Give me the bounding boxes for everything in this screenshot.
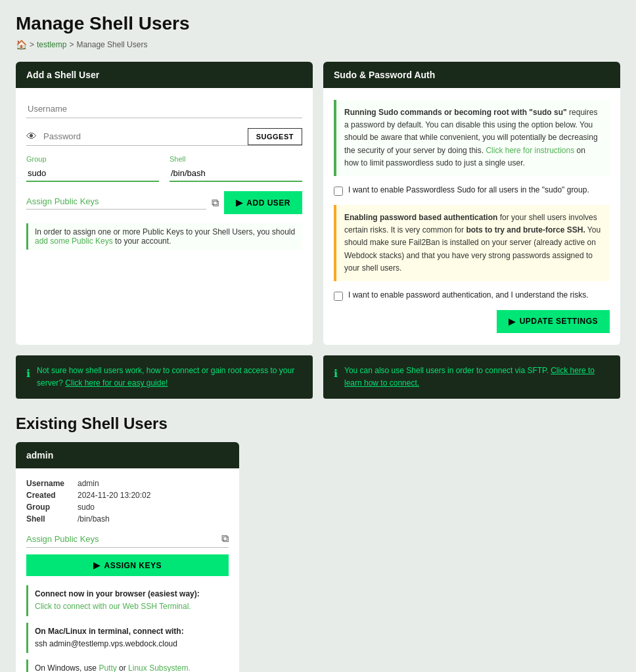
assign-keys-section-admin: Assign Public Keys ⧉ ▶ ASSIGN KEYS — [26, 533, 229, 576]
assign-keys-btn-label: ASSIGN KEYS — [104, 561, 162, 570]
detail-val-created: 2024-11-20 13:20:02 — [78, 491, 150, 500]
password-auth-warning-box: Enabling password based authentication f… — [334, 205, 610, 281]
detail-key-created: Created — [26, 491, 72, 500]
password-auth-checkbox-row: I want to enable password authentication… — [334, 290, 610, 301]
banner-sftp-icon: ℹ — [334, 365, 338, 382]
assign-keys-input-row-admin: Assign Public Keys ⧉ — [26, 533, 229, 548]
existing-users-heading: Existing Shell Users — [16, 414, 620, 433]
add-shell-user-card: Add a Shell User 👁 SUGGEST Group Shell — [16, 62, 313, 345]
copy-key-button[interactable]: ⧉ — [212, 197, 219, 209]
sudo-instructions-link[interactable]: Click here for instructions — [486, 146, 574, 155]
user-card-admin: admin Username admin Created 2024-11-20 … — [16, 442, 239, 672]
shell-label: Shell — [170, 155, 302, 163]
assign-keys-arrow-icon: ▶ — [93, 560, 101, 570]
putty-link[interactable]: Putty — [99, 663, 116, 672]
assign-keys-row: Assign Public Keys ⧉ ▶ ADD USER — [26, 191, 302, 214]
assign-label-text: Assign Public Keys — [26, 196, 99, 206]
connect-mac-item: On Mac/Linux in terminal, connect with: … — [26, 623, 229, 653]
info-note-text: In order to assign one or more Public Ke… — [35, 227, 295, 236]
suggest-button[interactable]: SUGGEST — [248, 128, 302, 145]
eye-icon[interactable]: 👁 — [26, 131, 37, 143]
info-banners: ℹ Not sure how shell users work, how to … — [16, 355, 620, 399]
user-details-admin: Username admin Created 2024-11-20 13:20:… — [26, 479, 229, 524]
detail-key-username: Username — [26, 479, 72, 488]
detail-row-group: Group sudo — [26, 503, 229, 512]
user-card-header-admin: admin — [16, 442, 239, 468]
username-input[interactable] — [26, 100, 302, 118]
sudo-warning-text: Running Sudo commands or becoming root w… — [344, 108, 598, 168]
breadcrumb: 🏠 > testlemp > Manage Shell Users — [16, 39, 620, 50]
detail-key-group: Group — [26, 503, 72, 512]
connect-windows-item: On Windows, use Putty or Linux Subsystem… — [26, 660, 229, 672]
update-settings-button[interactable]: ▶ UPDATE SETTINGS — [497, 310, 610, 333]
sudo-password-header: Sudo & Password Auth — [323, 62, 620, 88]
copy-keys-button-admin[interactable]: ⧉ — [221, 533, 229, 545]
info-note-suffix: to your account. — [115, 236, 171, 246]
passwordless-sudo-checkbox[interactable] — [334, 187, 343, 196]
connect-windows-or: or — [119, 663, 126, 672]
passwordless-sudo-checkbox-row: I want to enable Passwordless Sudo for a… — [334, 185, 610, 196]
banner-guide-text: Not sure how shell users work, how to co… — [37, 365, 302, 390]
group-field: Group — [26, 155, 159, 182]
connect-section-admin: Connect now in your browser (easiest way… — [26, 585, 229, 672]
connect-mac-header: On Mac/Linux in terminal, connect with: — [35, 625, 222, 638]
banner-sftp-text: You can also use Shell users in order to… — [344, 365, 610, 390]
add-user-label: ADD USER — [246, 198, 290, 208]
linux-subsystem-link[interactable]: Linux Subsystem. — [128, 663, 191, 672]
banner-guide: ℹ Not sure how shell users work, how to … — [16, 355, 313, 399]
password-auth-checkbox[interactable] — [334, 292, 343, 301]
breadcrumb-link-testlemp[interactable]: testlemp — [37, 40, 66, 49]
user-card-name: admin — [26, 450, 53, 460]
banner-sftp: ℹ You can also use Shell users in order … — [323, 355, 620, 399]
update-settings-label: UPDATE SETTINGS — [520, 317, 598, 326]
sudo-warning-box: Running Sudo commands or becoming root w… — [334, 100, 610, 176]
detail-row-username: Username admin — [26, 479, 229, 488]
detail-key-shell: Shell — [26, 514, 72, 524]
detail-val-group: sudo — [78, 503, 95, 512]
shell-input[interactable] — [170, 166, 302, 182]
banner-guide-icon: ℹ — [26, 365, 30, 382]
passwordless-sudo-label: I want to enable Passwordless Sudo for a… — [348, 185, 589, 194]
add-public-keys-link[interactable]: add some Public Keys — [35, 236, 113, 246]
easy-guide-link[interactable]: Click here for our easy guide! — [65, 378, 168, 388]
password-input[interactable] — [42, 127, 242, 145]
home-icon: 🏠 — [16, 39, 27, 50]
connect-mac-command: ssh admin@testlemp.vps.webdock.cloud — [35, 639, 177, 648]
connect-windows-prefix: On Windows, use — [35, 663, 97, 672]
public-keys-info-note: In order to assign one or more Public Ke… — [26, 223, 302, 250]
detail-val-shell: /bin/bash — [78, 514, 110, 524]
shell-field: Shell — [170, 155, 302, 182]
sudo-password-card: Sudo & Password Auth Running Sudo comman… — [323, 62, 620, 345]
add-user-arrow-icon: ▶ — [236, 198, 243, 208]
username-field — [26, 100, 302, 118]
assign-keys-text-admin: Assign Public Keys — [26, 534, 216, 544]
add-shell-user-header: Add a Shell User — [16, 62, 313, 88]
group-label: Group — [26, 155, 159, 163]
detail-val-username: admin — [78, 479, 99, 488]
page-title: Manage Shell Users — [16, 13, 620, 34]
assign-keys-label: Assign Public Keys — [26, 196, 206, 210]
update-arrow-icon: ▶ — [509, 317, 516, 326]
assign-keys-button-admin[interactable]: ▶ ASSIGN KEYS — [26, 554, 229, 576]
group-shell-row: Group Shell — [26, 155, 302, 182]
group-input[interactable] — [26, 166, 159, 182]
detail-row-shell: Shell /bin/bash — [26, 514, 229, 524]
password-row: 👁 SUGGEST — [26, 127, 302, 146]
detail-row-created: Created 2024-11-20 13:20:02 — [26, 491, 229, 500]
password-auth-label: I want to enable password authentication… — [348, 290, 589, 300]
connect-browser-item: Connect now in your browser (easiest way… — [26, 585, 229, 616]
connect-browser-header: Connect now in your browser (easiest way… — [35, 588, 222, 600]
add-user-button[interactable]: ▶ ADD USER — [224, 191, 302, 214]
web-ssh-terminal-link[interactable]: Click to connect with our Web SSH Termin… — [35, 602, 191, 611]
